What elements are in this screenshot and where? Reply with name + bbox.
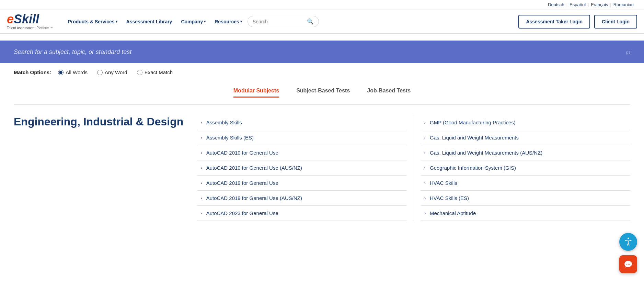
list-item[interactable]: ›Assembly Skills: [197, 115, 406, 130]
chevron-right-icon: ›: [424, 211, 426, 216]
lists-container: ›Assembly Skills›Assembly Skills (ES)›Au…: [197, 115, 630, 221]
chevron-right-icon: ›: [200, 211, 202, 216]
lang-francais[interactable]: Français: [591, 2, 608, 7]
nav-buttons: Assessment Taker Login Client Login: [518, 15, 637, 29]
chevron-down-icon: ▾: [116, 20, 117, 23]
banner-search-input[interactable]: [14, 48, 622, 56]
nav-search-input[interactable]: [253, 19, 304, 24]
chevron-right-icon: ›: [424, 195, 426, 201]
list-item[interactable]: ›Geographic Information System (GIS): [421, 160, 630, 176]
logo-text: eSkill: [7, 13, 53, 25]
lang-deutsch[interactable]: Deutsch: [548, 2, 564, 7]
nav-resources[interactable]: Resources ▾: [211, 17, 245, 26]
list-left: ›Assembly Skills›Assembly Skills (ES)›Au…: [197, 115, 406, 221]
category-title: Engineering, Industrial & Design: [14, 115, 183, 221]
list-item[interactable]: ›Gas, Liquid and Weight Measurements: [421, 130, 630, 145]
chevron-right-icon: ›: [424, 120, 426, 125]
list-right: ›GMP (Good Manufacturing Practices)›Gas,…: [421, 115, 630, 221]
chevron-right-icon: ›: [200, 120, 202, 125]
banner-search-icon: ⌕: [626, 47, 630, 56]
logo: eSkill Talent Assessment Platform™: [7, 13, 53, 30]
list-item[interactable]: ›AutoCAD 2010 for General Use: [197, 145, 406, 160]
chevron-right-icon: ›: [200, 180, 202, 186]
nav-products-services[interactable]: Products & Services ▾: [64, 17, 120, 26]
list-item[interactable]: ›AutoCAD 2019 for General Use: [197, 176, 406, 191]
chevron-down-icon: ▾: [204, 20, 206, 23]
tab-subject-based-tests[interactable]: Subject-Based Tests: [296, 85, 350, 98]
language-bar: Deutsch | Español | Français | Romanian: [0, 0, 644, 10]
nav-assessment-library[interactable]: Assessment Library: [123, 17, 176, 26]
main-nav: eSkill Talent Assessment Platform™ Produ…: [0, 10, 644, 34]
list-item[interactable]: ›AutoCAD 2019 for General Use (AUS/NZ): [197, 191, 406, 206]
search-icon: 🔍: [307, 18, 314, 25]
match-options: Match Options: All Words Any Word Exact …: [0, 63, 644, 81]
content-area: Engineering, Industrial & Design ›Assemb…: [0, 105, 644, 231]
chevron-down-icon: ▾: [240, 20, 242, 23]
list-item[interactable]: ›Gas, Liquid and Weight Measurements (AU…: [421, 145, 630, 160]
tab-modular-subjects[interactable]: Modular Subjects: [233, 85, 279, 98]
chevron-right-icon: ›: [200, 150, 202, 155]
match-any-word[interactable]: Any Word: [97, 69, 127, 75]
match-exact[interactable]: Exact Match: [137, 69, 173, 75]
assessment-taker-login-button[interactable]: Assessment Taker Login: [518, 15, 590, 29]
nav-links: Products & Services ▾ Assessment Library…: [64, 16, 507, 27]
lang-romanian[interactable]: Romanian: [613, 2, 634, 7]
search-banner: ⌕: [0, 41, 644, 63]
lang-espanol[interactable]: Español: [570, 2, 586, 7]
chevron-right-icon: ›: [424, 165, 426, 170]
chevron-right-icon: ›: [424, 150, 426, 155]
list-item[interactable]: ›HVAC Skills (ES): [421, 191, 630, 206]
list-item[interactable]: ›Mechanical Aptitude: [421, 206, 630, 221]
list-item[interactable]: ›GMP (Good Manufacturing Practices): [421, 115, 630, 130]
chevron-right-icon: ›: [424, 180, 426, 186]
list-item[interactable]: ›AutoCAD 2010 for General Use (AUS/NZ): [197, 160, 406, 176]
list-item[interactable]: ›AutoCAD 2023 for General Use: [197, 206, 406, 221]
tabs-row: Modular Subjects Subject-Based Tests Job…: [14, 81, 630, 105]
list-item[interactable]: ›HVAC Skills: [421, 176, 630, 191]
list-item[interactable]: ›Assembly Skills (ES): [197, 130, 406, 145]
tab-job-based-tests[interactable]: Job-Based Tests: [367, 85, 411, 98]
nav-company[interactable]: Company ▾: [177, 17, 209, 26]
chevron-right-icon: ›: [200, 135, 202, 140]
match-options-label: Match Options:: [14, 69, 51, 75]
list-divider: [414, 115, 414, 221]
nav-search-box[interactable]: 🔍: [248, 16, 319, 27]
logo-tagline: Talent Assessment Platform™: [7, 26, 53, 30]
match-all-words[interactable]: All Words: [58, 69, 88, 75]
chevron-right-icon: ›: [200, 195, 202, 201]
client-login-button[interactable]: Client Login: [594, 15, 637, 29]
chevron-right-icon: ›: [200, 165, 202, 170]
chevron-right-icon: ›: [424, 135, 426, 140]
